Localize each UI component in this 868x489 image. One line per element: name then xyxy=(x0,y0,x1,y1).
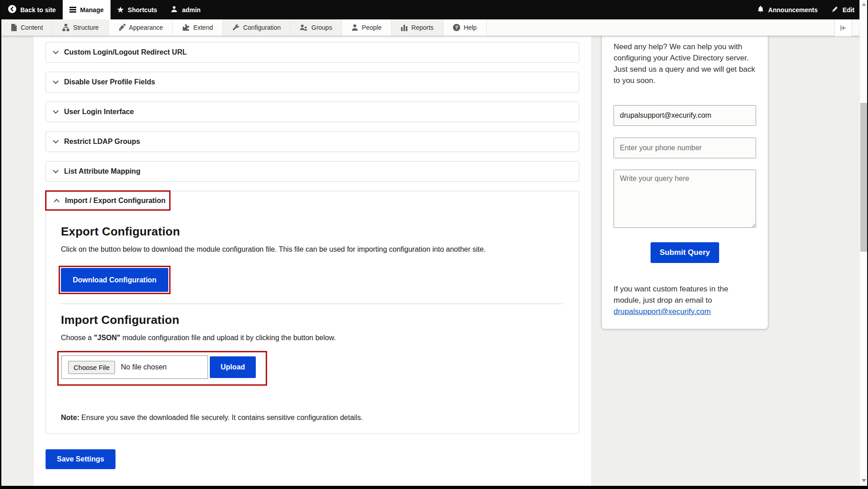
import-configuration-heading: Import Configuration xyxy=(61,314,566,326)
chevron-down-icon xyxy=(52,138,59,146)
import-description-json: "JSON" xyxy=(94,334,120,341)
custom-features-body: If you want custom features in the modul… xyxy=(614,285,728,304)
accordion-import-export-header[interactable]: Import / Export Configuration xyxy=(45,190,171,211)
tab-help[interactable]: ? Help xyxy=(443,19,487,36)
accordion-title: Import / Export Configuration xyxy=(65,197,166,205)
no-file-chosen-text: No file chosen xyxy=(121,363,166,371)
chevron-down-icon xyxy=(52,48,59,56)
pencil-icon xyxy=(831,5,839,14)
tab-reports-label: Reports xyxy=(411,24,434,31)
groups-icon xyxy=(300,24,308,31)
barchart-icon xyxy=(401,24,408,31)
note-label: Note: xyxy=(61,414,79,421)
back-to-site-button[interactable]: Back to site xyxy=(1,0,63,19)
support-contact-card: Us? Need any help? We can help you with … xyxy=(601,34,768,329)
custom-features-text: If you want custom features in the modul… xyxy=(614,283,756,317)
admin-menu-tray: Content Structure Appearance Extend Conf… xyxy=(1,19,860,36)
accordion-list-attribute-mapping[interactable]: List Attribute Mapping xyxy=(46,161,579,182)
paintbrush-icon xyxy=(118,24,125,31)
manage-label: Manage xyxy=(80,6,104,14)
tab-content-label: Content xyxy=(21,24,43,31)
export-description: Click on the button below to download th… xyxy=(61,245,566,254)
download-configuration-button[interactable]: Download Configuration xyxy=(61,268,168,292)
user-menu[interactable]: admin xyxy=(164,0,207,19)
hamburger-icon xyxy=(69,7,76,8)
wrench-icon xyxy=(232,24,240,31)
announcements-label: Announcements xyxy=(768,6,818,14)
user-label: admin xyxy=(182,6,200,14)
document-icon xyxy=(11,24,17,31)
accordion-title: Restrict LDAP Groups xyxy=(64,138,140,146)
collapse-left-icon xyxy=(840,25,847,31)
accordion-title: List Attribute Mapping xyxy=(64,167,140,175)
tab-content[interactable]: Content xyxy=(1,19,53,36)
scroll-down-button[interactable] xyxy=(862,479,866,482)
chevron-down-icon xyxy=(52,108,59,116)
tab-extend-label: Extend xyxy=(193,24,213,31)
tab-extend[interactable]: Extend xyxy=(173,19,223,36)
shortcuts-label: Shortcuts xyxy=(128,6,157,14)
submit-query-button[interactable]: Submit Query xyxy=(651,242,719,263)
person-icon xyxy=(351,24,358,31)
save-settings-button[interactable]: Save Settings xyxy=(46,449,115,469)
tab-appearance[interactable]: Appearance xyxy=(109,19,173,36)
tab-structure[interactable]: Structure xyxy=(53,19,109,36)
accordion-import-export-expanded: Import / Export Configuration Export Con… xyxy=(46,191,579,434)
accordion-title: User Login Interface xyxy=(64,108,134,116)
section-divider xyxy=(61,304,563,304)
tab-appearance-label: Appearance xyxy=(129,24,163,31)
manage-tab[interactable]: Manage xyxy=(63,0,111,19)
export-configuration-heading: Export Configuration xyxy=(61,225,566,238)
bell-icon xyxy=(757,5,764,14)
tab-structure-label: Structure xyxy=(73,24,99,31)
admin-toolbar: Back to site Manage ★ Shortcuts admin An… xyxy=(1,0,867,19)
import-description-prefix: Choose a xyxy=(61,334,94,341)
choose-file-button[interactable]: Choose File xyxy=(68,361,115,374)
announcements-button[interactable]: Announcements xyxy=(750,0,825,19)
accordion-title: Custom Login/Logout Redirect URL xyxy=(64,48,187,56)
tab-configuration[interactable]: Configuration xyxy=(223,19,291,36)
support-email-link[interactable]: drupalsupport@xecurify.com xyxy=(614,307,711,316)
tab-configuration-label: Configuration xyxy=(243,24,281,31)
support-phone-field[interactable] xyxy=(614,138,756,158)
tab-groups-label: Groups xyxy=(311,24,332,31)
note-body: Ensure you save the downloaded file secu… xyxy=(79,414,363,421)
back-icon xyxy=(8,5,16,14)
tab-help-label: Help xyxy=(464,24,477,31)
user-icon xyxy=(171,5,178,14)
module-settings-panel: Custom Login/Logout Redirect URL Disable… xyxy=(33,36,592,486)
support-query-textarea[interactable] xyxy=(614,170,756,228)
shortcuts-button[interactable]: ★ Shortcuts xyxy=(111,0,164,19)
import-description: Choose a "JSON" module configuration fil… xyxy=(61,334,566,342)
edit-label: Edit xyxy=(843,6,854,14)
support-intro-text: Need any help? We can help you with conf… xyxy=(614,41,756,86)
support-email-field[interactable] xyxy=(614,105,756,126)
vertical-scrollbar[interactable] xyxy=(859,0,867,486)
tab-people[interactable]: People xyxy=(342,19,392,36)
help-icon: ? xyxy=(453,24,460,31)
toolbar-spacer xyxy=(208,0,750,19)
download-annotation-box: Download Configuration xyxy=(59,266,171,294)
tab-groups[interactable]: Groups xyxy=(291,19,342,36)
drupal-admin-page: Back to site Manage ★ Shortcuts admin An… xyxy=(0,0,868,489)
sitemap-icon xyxy=(62,24,69,31)
file-input[interactable]: Choose File No file chosen xyxy=(61,355,208,379)
accordion-disable-user-profile-fields[interactable]: Disable User Profile Fields xyxy=(46,72,579,92)
upload-annotation-box: Choose File No file chosen Upload xyxy=(57,351,267,386)
accordion-restrict-ldap-groups[interactable]: Restrict LDAP Groups xyxy=(46,131,579,152)
upload-button[interactable]: Upload xyxy=(210,356,256,378)
accordion-user-login-interface[interactable]: User Login Interface xyxy=(46,101,579,122)
accordion-title: Disable User Profile Fields xyxy=(64,78,155,86)
tray-orientation-toggle[interactable] xyxy=(834,19,852,36)
scroll-up-button[interactable] xyxy=(862,3,866,6)
tab-people-label: People xyxy=(362,24,382,31)
svg-text:?: ? xyxy=(455,25,458,30)
tab-reports[interactable]: Reports xyxy=(392,19,443,36)
scrollbar-thumb[interactable] xyxy=(860,103,867,252)
note-text: Note: Ensure you save the downloaded fil… xyxy=(61,414,566,422)
chevron-down-icon xyxy=(52,78,59,86)
screenshot-bottom-border xyxy=(1,486,867,489)
chevron-up-icon xyxy=(53,197,60,205)
accordion-custom-login-logout-redirect-url[interactable]: Custom Login/Logout Redirect URL xyxy=(46,42,579,63)
import-description-suffix: module configuration file and upload it … xyxy=(120,334,336,341)
